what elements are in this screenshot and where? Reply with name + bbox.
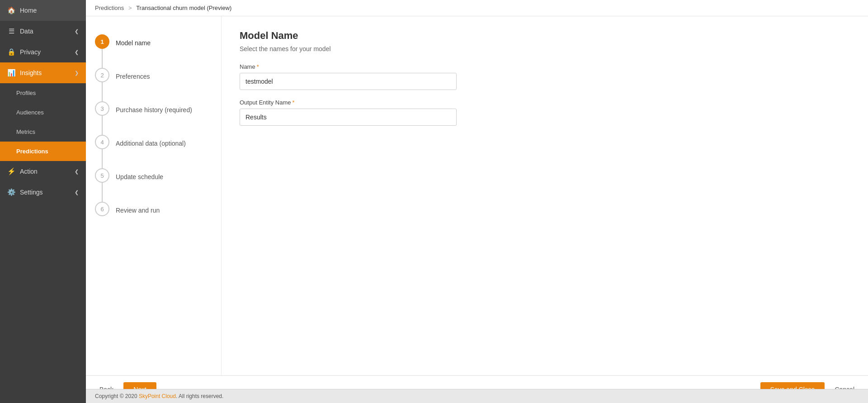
- home-icon: 🏠: [7, 6, 15, 14]
- settings-icon: ⚙️: [7, 188, 15, 196]
- breadcrumb: Predictions > Transactional churn model …: [86, 0, 868, 16]
- name-label: Name *: [240, 63, 850, 70]
- step-line-3: [102, 116, 103, 135]
- step-row-2: 2 Preferences: [95, 68, 212, 101]
- steps-list: 1 Model name 2 Preferences: [95, 30, 212, 216]
- steps-panel: 1 Model name 2 Preferences: [86, 16, 222, 375]
- sidebar-item-action[interactable]: ⚡ Action ❮: [0, 161, 86, 182]
- sidebar-item-home-label: Home: [20, 7, 37, 14]
- step-circle-3: 3: [95, 101, 109, 116]
- step-circle-1: 1: [95, 34, 109, 49]
- step-line-4: [102, 149, 103, 168]
- sidebar-item-predictions[interactable]: Predictions: [0, 142, 86, 161]
- step-row-3: 3 Purchase history (required): [95, 101, 212, 135]
- step-circle-4: 4: [95, 135, 109, 149]
- step-row-4: 4 Additional data (optional): [95, 135, 212, 168]
- form-title: Model Name: [240, 30, 850, 42]
- insights-chevron-icon: ❯: [75, 70, 79, 76]
- breadcrumb-current: Transactional churn model (Preview): [136, 5, 231, 11]
- form-panel: Model Name Select the names for your mod…: [222, 16, 868, 375]
- copyright-text: Copyright © 2020: [95, 393, 139, 399]
- output-entity-form-group: Output Entity Name *: [240, 99, 850, 126]
- step-line-2: [102, 82, 103, 101]
- step-6-label: Review and run: [116, 204, 160, 214]
- sidebar-item-data-label: Data: [20, 28, 33, 35]
- action-icon: ⚡: [7, 167, 15, 175]
- privacy-chevron-icon: ❮: [75, 49, 79, 55]
- insights-icon: 📊: [7, 69, 15, 77]
- sidebar-item-data[interactable]: ☰ Data ❮: [0, 21, 86, 42]
- output-entity-label: Output Entity Name *: [240, 99, 850, 106]
- name-form-group: Name *: [240, 63, 850, 90]
- data-icon: ☰: [7, 27, 15, 35]
- step-row-6: 6 Review and run: [95, 202, 212, 216]
- step-1-label: Model name: [116, 37, 151, 47]
- data-chevron-icon: ❮: [75, 28, 79, 34]
- name-required: *: [257, 63, 259, 70]
- sidebar-item-audiences[interactable]: Audiences: [0, 103, 86, 122]
- step-circle-5: 5: [95, 168, 109, 183]
- sidebar: 🏠 Home ☰ Data ❮ 🔒 Privacy ❮ 📊 Insights ❯…: [0, 0, 86, 403]
- output-entity-input[interactable]: [240, 109, 457, 126]
- sidebar-item-predictions-label: Predictions: [16, 148, 48, 155]
- sidebar-item-action-label: Action: [20, 168, 38, 175]
- sidebar-item-audiences-label: Audiences: [16, 109, 44, 116]
- step-circle-2: 2: [95, 68, 109, 82]
- name-input[interactable]: [240, 73, 457, 90]
- step-line-1: [102, 49, 103, 68]
- sidebar-item-profiles-label: Profiles: [16, 90, 36, 96]
- sidebar-item-metrics-label: Metrics: [16, 128, 35, 135]
- step-4-label: Additional data (optional): [116, 137, 186, 147]
- step-row-1: 1 Model name: [95, 34, 212, 68]
- step-2-label: Preferences: [116, 70, 150, 80]
- sidebar-item-insights[interactable]: 📊 Insights ❯: [0, 62, 86, 83]
- form-subtitle: Select the names for your model: [240, 45, 850, 52]
- sidebar-item-settings[interactable]: ⚙️ Settings ❮: [0, 182, 86, 203]
- sidebar-item-privacy-label: Privacy: [20, 48, 41, 56]
- copyright-bar: Copyright © 2020 SkyPoint Cloud. All rig…: [86, 389, 868, 403]
- sidebar-item-settings-label: Settings: [20, 189, 43, 196]
- step-5-label: Update schedule: [116, 171, 163, 180]
- main-content: Predictions > Transactional churn model …: [86, 0, 868, 403]
- output-required: *: [292, 99, 294, 106]
- sidebar-item-insights-label: Insights: [20, 69, 42, 76]
- breadcrumb-separator: >: [128, 5, 132, 11]
- sidebar-item-metrics[interactable]: Metrics: [0, 122, 86, 142]
- step-row-5: 5 Update schedule: [95, 168, 212, 202]
- copyright-link[interactable]: SkyPoint Cloud: [139, 393, 176, 399]
- sidebar-item-profiles[interactable]: Profiles: [0, 83, 86, 103]
- step-3-label: Purchase history (required): [116, 104, 192, 114]
- action-chevron-icon: ❮: [75, 169, 79, 175]
- step-circle-6: 6: [95, 202, 109, 216]
- copyright-suffix: . All rights reserved.: [176, 393, 223, 399]
- sidebar-item-home[interactable]: 🏠 Home: [0, 0, 86, 21]
- step-line-5: [102, 183, 103, 202]
- sidebar-item-privacy[interactable]: 🔒 Privacy ❮: [0, 42, 86, 62]
- breadcrumb-parent[interactable]: Predictions: [95, 5, 124, 11]
- settings-chevron-icon: ❮: [75, 190, 79, 195]
- content-area: 1 Model name 2 Preferences: [86, 16, 868, 375]
- privacy-icon: 🔒: [7, 48, 15, 56]
